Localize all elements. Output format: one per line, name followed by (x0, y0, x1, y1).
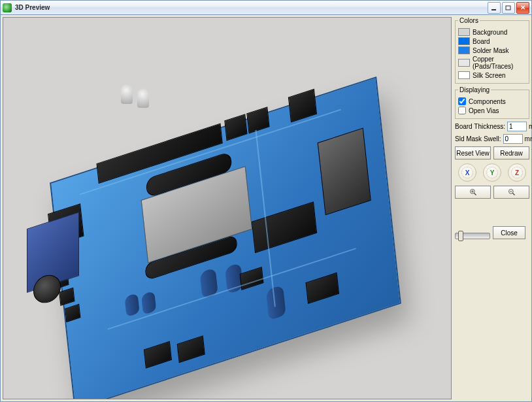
openvias-checkbox-row: Open Vias (458, 107, 526, 114)
color-label: Background (473, 29, 507, 36)
svg-rect-0 (491, 9, 496, 10)
window-controls: ✕ (488, 2, 529, 14)
close-window-button[interactable]: ✕ (516, 2, 529, 14)
color-row-silkscreen[interactable]: Silk Screen (458, 71, 526, 79)
svg-line-3 (474, 193, 476, 195)
board-thickness-row: Board Thickness: mm (455, 122, 529, 131)
app-window: 3D Preview ✕ (0, 0, 532, 402)
displaying-group: Displaying Components Open Vias (455, 86, 529, 119)
color-row-soldermask[interactable]: Solder Mask (458, 46, 526, 54)
maximize-icon (505, 5, 512, 10)
board-thickness-input[interactable] (507, 122, 527, 131)
copper-swatch[interactable] (458, 59, 470, 67)
displaying-legend: Displaying (458, 86, 491, 93)
zoom-in-icon (469, 188, 477, 196)
led-2 (137, 88, 149, 108)
minimize-button[interactable] (488, 2, 501, 14)
color-row-background[interactable]: Background (458, 28, 526, 36)
background-swatch[interactable] (458, 28, 470, 36)
zoom-in-button[interactable] (455, 186, 491, 199)
close-button[interactable]: Close (493, 226, 525, 239)
redraw-button[interactable]: Redraw (493, 146, 529, 159)
titlebar: 3D Preview ✕ (1, 1, 531, 15)
components-checkbox-row: Components (458, 97, 526, 105)
svg-line-7 (512, 193, 514, 195)
axis-z-button[interactable]: Z (508, 163, 526, 182)
slider-thumb[interactable] (458, 231, 463, 241)
close-icon: ✕ (520, 4, 525, 11)
reset-view-button[interactable]: Reset View (455, 146, 491, 159)
colors-group: Colors Background Board Solder Mask Copp… (455, 17, 529, 84)
zoom-out-button[interactable] (493, 186, 529, 199)
color-row-copper[interactable]: Copper (Pads/Traces) (458, 56, 526, 70)
color-label: Silk Screen (473, 72, 506, 79)
board-thickness-unit: mm (529, 123, 532, 130)
color-row-board[interactable]: Board (458, 37, 526, 45)
close-area: Close (455, 221, 529, 244)
zoom-buttons-row (455, 186, 529, 199)
minimize-icon (491, 5, 497, 10)
color-label: Copper (Pads/Traces) (473, 56, 526, 70)
components-checkbox[interactable] (458, 97, 466, 105)
silkscreen-swatch[interactable] (458, 71, 470, 79)
3d-viewport[interactable] (3, 17, 452, 399)
sld-mask-swell-label: Sld Mask Swell: (455, 135, 501, 142)
components-label: Components (469, 98, 506, 105)
svg-rect-1 (506, 6, 510, 10)
window-title: 3D Preview (15, 4, 488, 11)
colors-legend: Colors (458, 17, 480, 24)
sld-mask-swell-row: Sld Mask Swell: mm (455, 134, 529, 144)
open-vias-label: Open Vias (469, 107, 499, 114)
open-vias-checkbox[interactable] (458, 107, 466, 114)
pcb-board (50, 76, 401, 399)
axis-controls: X Y Z (455, 163, 529, 182)
sld-mask-swell-unit: mm (525, 135, 532, 142)
color-label: Board (473, 38, 490, 45)
maximize-button[interactable] (502, 2, 515, 14)
zoom-out-icon (508, 188, 516, 196)
soldermask-swatch[interactable] (458, 46, 470, 54)
opacity-slider[interactable] (455, 233, 490, 239)
board-thickness-label: Board Thickness: (455, 123, 505, 130)
pcb-scene (3, 18, 451, 399)
sld-mask-swell-input[interactable] (503, 134, 523, 144)
led-1 (121, 84, 133, 104)
axis-y-button[interactable]: Y (483, 163, 501, 182)
axis-x-button[interactable]: X (458, 163, 476, 182)
view-buttons-row: Reset View Redraw (455, 146, 529, 159)
content-area: Colors Background Board Solder Mask Copp… (3, 17, 529, 399)
board-swatch[interactable] (458, 37, 470, 45)
app-icon (3, 3, 12, 12)
side-panel: Colors Background Board Solder Mask Copp… (455, 17, 529, 244)
color-label: Solder Mask (473, 47, 509, 54)
